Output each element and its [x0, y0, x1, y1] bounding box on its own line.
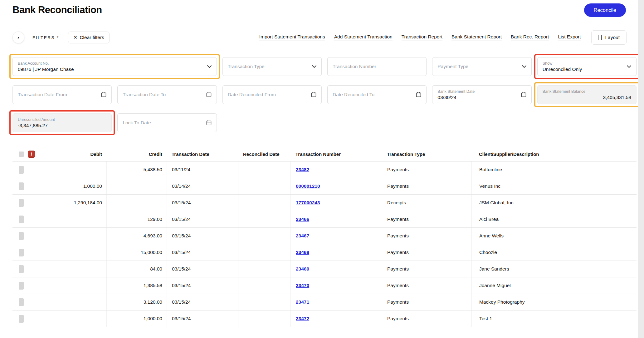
show-value: Unreconciled Only — [543, 67, 622, 72]
bank-reconciliation-page: Bank Reconciliation Reconcile ▲ FILTERS … — [0, 0, 644, 338]
reconcile-button[interactable]: Reconcile — [584, 3, 626, 17]
table-body: 5,438.50 03/11/24 23482 Payments Bottoml… — [12, 162, 637, 327]
cell-transaction-number: 23467 — [290, 228, 382, 244]
transaction-number-link[interactable]: 23470 — [296, 283, 309, 288]
info-icon[interactable]: i — [28, 151, 35, 158]
link-list-export[interactable]: List Export — [558, 34, 581, 41]
bank-statement-date-label: Bank Statement Date — [437, 89, 517, 94]
transaction-number-link[interactable]: 23471 — [296, 299, 309, 305]
cell-transaction-date: 03/14/24 — [167, 178, 238, 194]
cell-credit: 5,438.50 — [106, 162, 167, 178]
cell-debit — [46, 261, 106, 277]
column-header-transaction-number: Transaction Number — [290, 152, 382, 157]
transaction-type-select[interactable]: Transaction Type — [222, 57, 322, 76]
collapse-filters-button[interactable]: ▲ — [12, 32, 24, 43]
table-row: 84.00 03/15/24 23469 Payments Jane Sande… — [12, 261, 637, 277]
table-row: 1,000.00 03/15/24 23472 Payments Test 1 — [12, 311, 637, 327]
lock-to-date-input[interactable]: Lock To Date — [117, 113, 217, 132]
transaction-number-link[interactable]: 000001210 — [296, 183, 320, 189]
cell-transaction-type: Payments — [382, 211, 471, 227]
cell-credit: 129.00 — [106, 211, 167, 227]
transaction-number-placeholder: Transaction Number — [333, 64, 412, 69]
row-checkbox[interactable] — [19, 199, 24, 207]
cell-credit — [106, 178, 167, 194]
cell-transaction-number: 23482 — [290, 162, 382, 178]
transaction-date-from-input[interactable]: Transaction Date From — [12, 85, 112, 104]
layout-button[interactable]: Layout — [591, 30, 627, 45]
transaction-number-link[interactable]: 177000243 — [296, 200, 320, 206]
cell-client: Choozle — [471, 244, 637, 261]
table-row: 1,290,184.00 03/15/24 177000243 Receipts… — [12, 195, 637, 211]
transaction-number-link[interactable]: 23482 — [296, 167, 309, 172]
transaction-number-link[interactable]: 23466 — [296, 216, 309, 222]
row-checkbox[interactable] — [19, 265, 24, 273]
cell-transaction-type: Payments — [382, 244, 471, 261]
transaction-number-link[interactable]: 23468 — [296, 250, 309, 255]
row-checkbox[interactable] — [19, 249, 24, 256]
cell-reconciled-date — [238, 311, 290, 327]
row-checkbox[interactable] — [19, 298, 24, 306]
transaction-number-input[interactable]: Transaction Number — [327, 57, 427, 76]
transaction-number-link[interactable]: 23472 — [296, 316, 309, 321]
vertical-scrollbar[interactable] — [638, 0, 644, 338]
clear-filters-button[interactable]: ✕ Clear filters — [68, 32, 110, 43]
calendar-icon[interactable] — [311, 92, 317, 98]
row-checkbox[interactable] — [19, 216, 24, 223]
cell-client: Alci Brea — [471, 211, 637, 227]
cell-select — [12, 244, 46, 261]
filters-toolbar: ▲ FILTERS * ✕ Clear filters Import State… — [12, 30, 637, 45]
cell-debit — [46, 294, 106, 310]
transaction-number-link[interactable]: 23469 — [296, 266, 309, 272]
transaction-date-to-placeholder: Transaction Date To — [123, 92, 202, 97]
transaction-date-from-placeholder: Transaction Date From — [18, 92, 97, 97]
row-checkbox[interactable] — [19, 166, 24, 174]
column-header-transaction-date: Transaction Date — [167, 152, 238, 157]
link-import-statement-transactions[interactable]: Import Statement Transactions — [259, 34, 325, 41]
link-transaction-report[interactable]: Transaction Report — [402, 34, 442, 41]
lock-to-date-placeholder: Lock To Date — [123, 120, 202, 126]
layout-label: Layout — [605, 35, 620, 40]
cell-transaction-date: 03/15/24 — [167, 228, 238, 244]
cell-client: Mackey Photography — [471, 294, 637, 310]
row-checkbox[interactable] — [19, 232, 24, 240]
calendar-icon[interactable] — [206, 120, 212, 126]
bank-statement-date-input[interactable]: Bank Statement Date 03/30/24 — [432, 85, 531, 104]
link-bank-statement-report[interactable]: Bank Statement Report — [451, 34, 502, 41]
date-reconciled-to-placeholder: Date Reconciled To — [333, 92, 412, 97]
calendar-icon[interactable] — [206, 92, 212, 98]
cell-debit — [46, 311, 106, 327]
row-checkbox[interactable] — [19, 182, 24, 190]
bank-statement-date-value: 03/30/24 — [437, 95, 517, 100]
date-reconciled-to-input[interactable]: Date Reconciled To — [327, 85, 427, 104]
link-add-statement-transaction[interactable]: Add Statement Transaction — [334, 34, 393, 41]
cell-credit: 1,000.00 — [106, 311, 167, 327]
cell-transaction-type: Payments — [382, 178, 471, 194]
bank-account-select[interactable]: Bank Account No. 09876 | JP Morgan Chase — [12, 57, 217, 76]
calendar-icon[interactable] — [101, 92, 107, 98]
row-checkbox[interactable] — [19, 282, 24, 290]
bank-account-label: Bank Account No. — [18, 61, 202, 66]
transaction-date-to-input[interactable]: Transaction Date To — [117, 85, 217, 104]
calendar-icon[interactable] — [521, 92, 527, 98]
row-checkbox[interactable] — [19, 315, 24, 323]
cell-transaction-date: 03/15/24 — [167, 244, 238, 261]
cell-transaction-type: Payments — [382, 294, 471, 310]
cell-reconciled-date — [238, 244, 290, 261]
date-reconciled-from-input[interactable]: Date Reconciled From — [222, 85, 322, 104]
table-row: 5,438.50 03/11/24 23482 Payments Bottoml… — [12, 162, 637, 178]
cell-credit: 15,000.00 — [106, 244, 167, 261]
cell-transaction-number: 23472 — [290, 311, 382, 327]
cell-debit: 1,000.00 — [46, 178, 106, 194]
link-bank-rec-report[interactable]: Bank Rec. Report — [511, 34, 549, 41]
column-header-debit: Debit — [46, 152, 106, 157]
select-all-checkbox[interactable] — [19, 152, 24, 157]
cell-transaction-number: 177000243 — [290, 195, 382, 211]
table-row: 15,000.00 03/15/24 23468 Payments Choozl… — [12, 244, 637, 261]
calendar-icon[interactable] — [416, 92, 422, 98]
show-select[interactable]: Show Unreconciled Only — [537, 57, 637, 76]
header-select-cell: i — [12, 151, 46, 158]
payment-type-select[interactable]: Payment Type — [432, 57, 531, 76]
column-header-transaction-type: Transaction Type — [382, 152, 471, 157]
transaction-number-link[interactable]: 23467 — [296, 233, 309, 239]
cell-client: Joanne Miguel — [471, 277, 637, 294]
